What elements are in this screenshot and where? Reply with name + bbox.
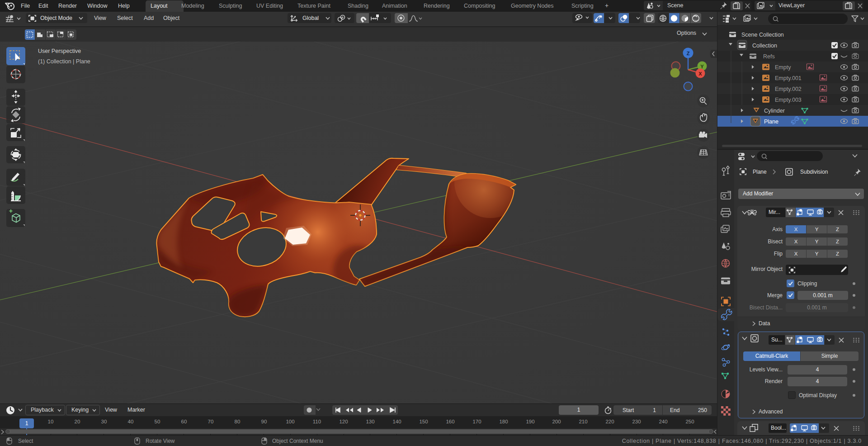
svg-text:Empty.002: Empty.002 — [775, 86, 802, 92]
svg-text:Cylinder: Cylinder — [764, 108, 785, 114]
svg-text:Plane: Plane — [764, 119, 778, 125]
svg-text:Collection: Collection — [752, 43, 777, 49]
svg-text:Empty: Empty — [775, 64, 791, 71]
svg-text:(1) Collection | Plane: (1) Collection | Plane — [38, 58, 90, 65]
svg-text:Scene Collection: Scene Collection — [741, 32, 784, 38]
svg-text:Z: Z — [687, 51, 690, 56]
svg-text:X: X — [698, 71, 702, 76]
svg-text:Empty.001: Empty.001 — [775, 75, 802, 81]
svg-text:Y: Y — [700, 64, 704, 69]
svg-text:Empty.003: Empty.003 — [775, 97, 802, 103]
svg-text:Refs: Refs — [763, 53, 775, 60]
svg-text:User Perspective: User Perspective — [38, 48, 81, 54]
